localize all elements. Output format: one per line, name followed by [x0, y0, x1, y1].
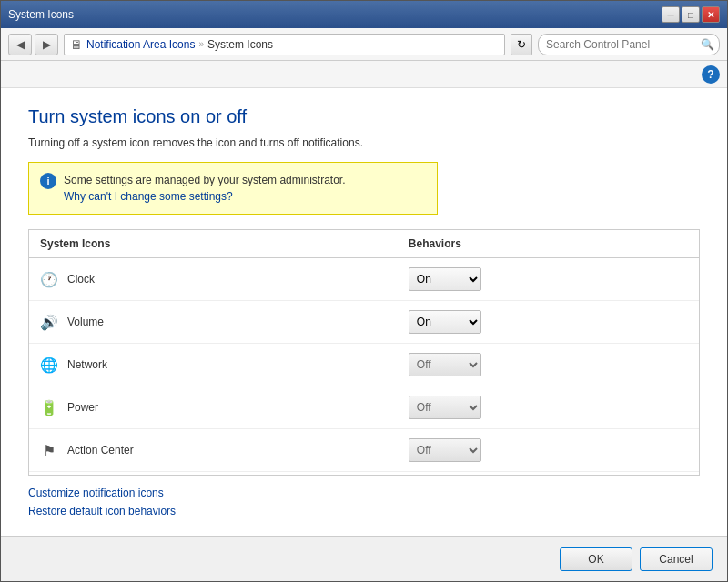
search-icon[interactable]: 🔍 [701, 38, 714, 51]
maximize-button[interactable]: □ [682, 6, 700, 23]
cancel-button[interactable]: Cancel [640, 547, 713, 571]
ok-button[interactable]: OK [560, 547, 632, 571]
action-center-label: Action Center [67, 444, 134, 457]
search-input[interactable] [538, 34, 720, 55]
footer-links: Customize notification icons Restore def… [28, 476, 700, 517]
main-content: Turn system icons on or off Turning off … [1, 88, 727, 536]
network-icon: 🌐 [40, 356, 58, 374]
info-icon: i [40, 173, 56, 189]
behavior-cell-clock: OnOff [398, 258, 699, 301]
system-icons-table-container: System Icons Behaviors 🕐 Clock OnOff 🔊 V… [28, 229, 700, 476]
power-icon: 🔋 [40, 398, 58, 416]
customize-link[interactable]: Customize notification icons [28, 487, 700, 499]
icon-cell-power: 🔋 Power [29, 386, 398, 429]
search-container: 🔍 [538, 34, 720, 55]
page-subtitle: Turning off a system icon removes the ic… [28, 136, 700, 149]
title-bar: System Icons ─ □ ✕ [1, 1, 727, 28]
breadcrumb: 🖥 Notification Area Icons » System Icons [64, 34, 505, 55]
clock-label: Clock [67, 273, 95, 286]
volume-behavior-select[interactable]: OnOff [409, 310, 481, 334]
behavior-cell-power: OnOff [398, 386, 699, 429]
restore-link[interactable]: Restore default icon behaviors [28, 505, 700, 517]
network-label: Network [67, 358, 107, 371]
close-button[interactable]: ✕ [702, 6, 720, 23]
info-box: i Some settings are managed by your syst… [28, 162, 438, 215]
volume-label: Volume [67, 316, 104, 328]
system-icons-table: System Icons Behaviors 🕐 Clock OnOff 🔊 V… [29, 230, 699, 472]
info-link[interactable]: Why can't I change some settings? [64, 190, 233, 203]
bottom-bar: OK Cancel [1, 536, 727, 581]
behavior-cell-action-center: OnOff [398, 429, 699, 472]
power-behavior-select[interactable]: OnOff [409, 396, 481, 419]
info-message: Some settings are managed by your system… [64, 174, 345, 186]
info-text: Some settings are managed by your system… [64, 172, 345, 205]
icon-cell-network: 🌐 Network [29, 344, 398, 386]
refresh-button[interactable]: ↻ [511, 34, 532, 55]
toolbar: ? [1, 61, 727, 88]
clock-icon: 🕐 [40, 270, 58, 288]
title-bar-controls: ─ □ ✕ [662, 6, 720, 23]
breadcrumb-icon: 🖥 [70, 37, 83, 52]
help-button[interactable]: ? [702, 65, 720, 84]
table-row: 🌐 Network OnOff [29, 344, 699, 386]
action-center-icon: ⚑ [40, 441, 58, 459]
title-bar-text: System Icons [8, 8, 74, 21]
network-behavior-select[interactable]: OnOff [409, 353, 481, 376]
address-bar: ◀ ▶ 🖥 Notification Area Icons » System I… [1, 28, 727, 61]
clock-behavior-select[interactable]: OnOff [409, 267, 481, 291]
behavior-cell-volume: OnOff [398, 301, 699, 344]
action-center-behavior-select[interactable]: OnOff [409, 438, 481, 462]
table-row: 🔋 Power OnOff [29, 386, 699, 429]
nav-buttons: ◀ ▶ [8, 34, 58, 55]
table-row: ⚑ Action Center OnOff [29, 429, 699, 472]
col-header-system-icons: System Icons [29, 230, 398, 258]
minimize-button[interactable]: ─ [662, 6, 680, 23]
page-title: Turn system icons on or off [28, 106, 700, 127]
table-scroll[interactable]: System Icons Behaviors 🕐 Clock OnOff 🔊 V… [29, 230, 699, 475]
table-row: 🔊 Volume OnOff [29, 301, 699, 344]
icon-cell-action-center: ⚑ Action Center [29, 429, 398, 472]
volume-icon: 🔊 [40, 313, 58, 331]
icon-cell-clock: 🕐 Clock [29, 258, 398, 301]
table-row: 🕐 Clock OnOff [29, 258, 699, 301]
back-button[interactable]: ◀ [8, 34, 32, 55]
title-bar-left: System Icons [8, 8, 74, 21]
breadcrumb-root[interactable]: Notification Area Icons [86, 38, 195, 51]
breadcrumb-current: System Icons [207, 38, 273, 51]
icon-cell-volume: 🔊 Volume [29, 301, 398, 344]
behavior-cell-network: OnOff [398, 344, 699, 386]
breadcrumb-separator: » [198, 39, 204, 49]
power-label: Power [67, 401, 98, 414]
main-window: System Icons ─ □ ✕ ◀ ▶ 🖥 Notification Ar… [0, 0, 728, 582]
forward-button[interactable]: ▶ [35, 34, 58, 55]
col-header-behaviors: Behaviors [398, 230, 699, 258]
